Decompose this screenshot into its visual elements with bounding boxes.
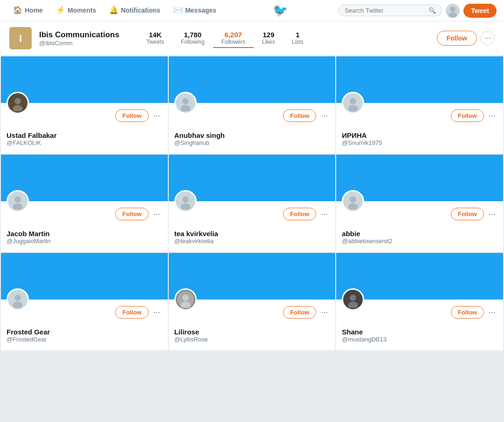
- nav-moments[interactable]: ⚡ Moments: [50, 0, 102, 21]
- nav-home[interactable]: 🏠 Home: [7, 0, 48, 21]
- follower-name: abbie: [342, 230, 497, 238]
- follow-button-6[interactable]: Follow: [115, 306, 148, 319]
- card-avatar: [342, 92, 364, 114]
- card-banner: [169, 253, 336, 299]
- follower-handle: @LyllisRose: [174, 336, 330, 343]
- follower-handle: @JuggaloMartin: [7, 238, 162, 245]
- following-count: 1,780: [184, 31, 202, 39]
- card-body: Follow ··· abbie @abbietownsend2: [336, 201, 503, 252]
- card-banner: [169, 56, 336, 103]
- stat-followers[interactable]: 6,207 Followers: [213, 29, 254, 48]
- follower-handle: @Snurnik1975: [342, 139, 497, 146]
- svg-point-30: [350, 295, 357, 301]
- follow-button-4[interactable]: Follow: [283, 208, 316, 220]
- svg-point-12: [350, 98, 357, 105]
- profile-more-button[interactable]: ···: [481, 31, 495, 45]
- ellipsis-icon: ···: [484, 34, 490, 42]
- card-actions: Follow ···: [7, 205, 162, 220]
- more-options-icon[interactable]: ···: [487, 110, 497, 122]
- card-banner: [336, 253, 503, 299]
- profile-stats: 14K Tweets 1,780 Following 6,207 Followe…: [138, 29, 312, 48]
- card-actions: Follow ···: [342, 303, 497, 319]
- nav-messages[interactable]: ✉️ Messages: [168, 0, 222, 21]
- tweets-label: Tweets: [146, 39, 164, 45]
- follower-card: Follow ··· abbie @abbietownsend2: [336, 155, 503, 252]
- follow-button-0[interactable]: Follow: [115, 109, 148, 122]
- follow-button-5[interactable]: Follow: [451, 208, 484, 220]
- card-actions: Follow ···: [174, 205, 330, 220]
- follow-button-1[interactable]: Follow: [283, 109, 316, 122]
- more-options-icon[interactable]: ···: [319, 208, 330, 220]
- nav-moments-label: Moments: [68, 7, 96, 14]
- card-banner: [1, 155, 168, 201]
- user-avatar-nav[interactable]: [446, 4, 460, 18]
- nav-notifications[interactable]: 🔔 Notifications: [104, 0, 166, 21]
- card-actions: Follow ···: [7, 303, 162, 319]
- card-avatar: [342, 288, 364, 311]
- follow-button-8[interactable]: Follow: [451, 306, 484, 319]
- follower-name: Jacob Martin: [7, 230, 162, 238]
- profile-info: Ibis Communications @IbisComm: [39, 30, 119, 47]
- stat-likes[interactable]: 129 Likes: [254, 29, 283, 48]
- follower-handle: @teakvirkvelia: [174, 238, 330, 245]
- card-actions: Follow ···: [342, 107, 497, 122]
- follower-name: tea kvirkvelia: [174, 230, 330, 238]
- navbar: 🏠 Home ⚡ Moments 🔔 Notifications ✉️ Mess…: [0, 0, 504, 21]
- follow-button-7[interactable]: Follow: [283, 306, 316, 319]
- card-banner: [336, 56, 503, 103]
- follow-button-2[interactable]: Follow: [451, 109, 484, 122]
- svg-point-9: [182, 98, 189, 105]
- search-icon: 🔍: [428, 7, 436, 14]
- profile-header: I Ibis Communications @IbisComm 14K Twee…: [0, 21, 504, 55]
- stat-following[interactable]: 1,780 Following: [173, 29, 213, 48]
- more-options-icon[interactable]: ···: [487, 208, 497, 220]
- card-body: Follow ··· ИРИНА @Snurnik1975: [336, 103, 503, 154]
- card-body: Follow ··· Jacob Martin @JuggaloMartin: [1, 201, 168, 252]
- search-box[interactable]: 🔍: [338, 5, 442, 16]
- card-actions: Follow ···: [174, 107, 330, 122]
- followers-count: 6,207: [225, 31, 242, 39]
- more-options-icon[interactable]: ···: [487, 306, 497, 318]
- bell-icon: 🔔: [109, 6, 118, 14]
- follower-card: Follow ··· Lilirose @LyllisRose: [169, 253, 336, 350]
- search-input[interactable]: [345, 7, 428, 14]
- more-options-icon[interactable]: ···: [152, 110, 162, 122]
- svg-point-18: [182, 197, 189, 203]
- svg-text:I: I: [19, 33, 22, 44]
- svg-point-21: [350, 197, 357, 203]
- follower-name: Ustad Falbakar: [7, 131, 162, 139]
- follower-name: Lilirose: [174, 328, 330, 336]
- stat-lists[interactable]: 1 Lists: [283, 29, 312, 48]
- card-actions: Follow ···: [342, 205, 497, 220]
- follower-handle: @Singhanub: [174, 139, 330, 146]
- card-avatar: [174, 92, 197, 114]
- svg-point-27: [182, 295, 189, 301]
- stat-tweets[interactable]: 14K Tweets: [138, 29, 173, 48]
- profile-name: Ibis Communications: [39, 30, 119, 40]
- nav-home-label: Home: [25, 7, 43, 14]
- follower-name: ИРИНА: [342, 131, 497, 139]
- tweets-count: 14K: [149, 31, 162, 39]
- followers-grid: Follow ··· Ustad Falbakar @FALKOLiK Foll…: [0, 55, 504, 351]
- more-options-icon[interactable]: ···: [152, 306, 162, 318]
- followers-label: Followers: [221, 39, 245, 45]
- card-body: Follow ··· Shane @mustangDB13: [336, 299, 503, 350]
- card-actions: Follow ···: [7, 107, 162, 122]
- profile-follow-button[interactable]: Follow: [437, 31, 477, 46]
- home-icon: 🏠: [13, 6, 22, 14]
- follower-card: Follow ··· Jacob Martin @JuggaloMartin: [1, 155, 168, 252]
- nav-messages-label: Messages: [185, 7, 216, 14]
- lists-label: Lists: [292, 39, 304, 45]
- follower-card: Follow ··· tea kvirkvelia @teakvirkvelia: [169, 155, 336, 252]
- profile-avatar: I: [9, 27, 32, 49]
- lists-count: 1: [296, 31, 299, 39]
- more-options-icon[interactable]: ···: [319, 110, 330, 122]
- follow-button-3[interactable]: Follow: [115, 208, 148, 220]
- more-options-icon[interactable]: ···: [152, 208, 162, 220]
- follower-name: Shane: [342, 328, 497, 336]
- card-banner: [1, 56, 168, 103]
- follower-card: Follow ··· Shane @mustangDB13: [336, 253, 503, 350]
- tweet-button[interactable]: Tweet: [463, 4, 497, 18]
- more-options-icon[interactable]: ···: [319, 306, 330, 318]
- bolt-icon: ⚡: [56, 6, 65, 14]
